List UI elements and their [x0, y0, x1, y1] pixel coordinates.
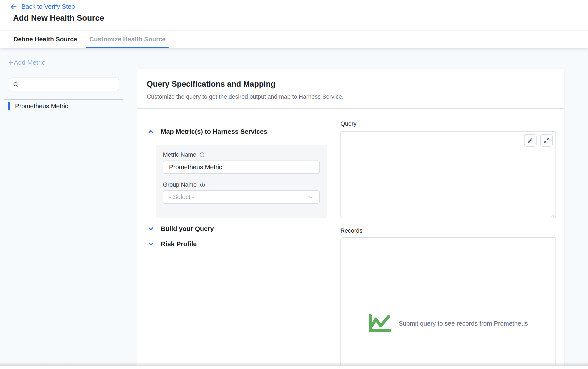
- tab-label: Define Health Source: [13, 36, 77, 43]
- card-divider: [137, 108, 565, 109]
- chevron-down-icon: [147, 240, 155, 248]
- add-metric-button[interactable]: + Add Metric: [8, 59, 45, 66]
- pencil-icon: [527, 138, 534, 144]
- footer-bar: [0, 366, 588, 369]
- line-chart-icon: [368, 314, 391, 333]
- section-label: Build your Query: [161, 225, 214, 232]
- add-metric-label: Add Metric: [14, 59, 45, 66]
- back-link[interactable]: Back to Verify Step: [10, 3, 75, 10]
- records-panel: Submit query to see records from Prometh…: [340, 237, 556, 369]
- expand-query-button[interactable]: [540, 134, 553, 147]
- chevron-up-icon: [147, 128, 155, 135]
- section-label: Map Metric(s) to Harness Services: [161, 128, 267, 135]
- card-subheading: Customize the query to get the desired o…: [147, 93, 344, 100]
- section-map-metrics[interactable]: Map Metric(s) to Harness Services: [147, 128, 267, 135]
- tab-define-health-source[interactable]: Define Health Source: [10, 30, 80, 48]
- page-header: Back to Verify Step Add New Health Sourc…: [0, 0, 588, 48]
- query-textarea[interactable]: [341, 131, 556, 218]
- group-name-select[interactable]: - Select -: [163, 190, 320, 204]
- back-arrow-icon: [10, 3, 17, 10]
- tab-bar: Define Health Source Customize Health So…: [0, 30, 588, 48]
- group-name-label-text: Group Name: [163, 181, 197, 188]
- page-title: Add New Health Source: [13, 13, 104, 23]
- tab-customize-health-source[interactable]: Customize Health Source: [86, 30, 169, 48]
- metric-name-input[interactable]: [163, 160, 320, 174]
- resize-handle[interactable]: [551, 213, 555, 217]
- selected-indicator-bar: [8, 102, 10, 110]
- query-specifications-card: Query Specifications and Mapping Customi…: [137, 69, 565, 369]
- metric-search-input[interactable]: [22, 81, 115, 88]
- group-name-label: Group Name: [163, 181, 205, 188]
- sidebar-divider: [4, 99, 124, 100]
- metric-search-box[interactable]: [9, 78, 119, 91]
- section-build-your-query[interactable]: Build your Query: [147, 225, 214, 232]
- select-placeholder: - Select -: [169, 193, 307, 201]
- tab-label: Customize Health Source: [89, 36, 166, 43]
- query-label: Query: [340, 120, 357, 127]
- metric-name-label: Metric Name: [163, 151, 205, 158]
- maximize-icon: [544, 138, 550, 144]
- info-icon[interactable]: [199, 152, 205, 158]
- query-editor: [340, 131, 556, 218]
- chevron-down-icon: [147, 225, 155, 232]
- chevron-down-icon: [307, 194, 314, 200]
- section-risk-profile[interactable]: Risk Profile: [147, 240, 197, 248]
- edit-query-button[interactable]: [524, 134, 536, 147]
- sidebar-item-prometheus-metric[interactable]: Prometheus Metric: [8, 101, 68, 111]
- metric-item-label: Prometheus Metric: [15, 103, 68, 110]
- active-tab-underline: [86, 47, 169, 48]
- plus-icon: +: [8, 59, 13, 66]
- section-label: Risk Profile: [161, 240, 197, 248]
- screen: Back to Verify Step Add New Health Sourc…: [0, 0, 588, 369]
- back-link-label: Back to Verify Step: [21, 3, 75, 10]
- metric-name-label-text: Metric Name: [163, 151, 196, 158]
- map-metric-form-panel: Metric Name Group Name - Select -: [156, 145, 327, 218]
- records-label: Records: [340, 227, 362, 234]
- search-icon: [13, 81, 19, 88]
- info-icon[interactable]: [200, 182, 205, 188]
- card-heading: Query Specifications and Mapping: [147, 80, 275, 89]
- records-empty-text: Submit query to see records from Prometh…: [399, 320, 528, 327]
